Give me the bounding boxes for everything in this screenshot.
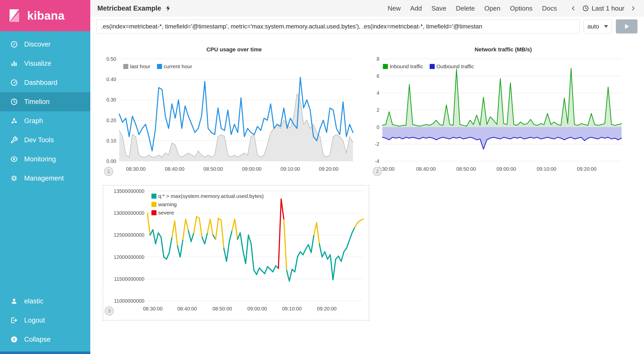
menu-item-save[interactable]: Save bbox=[431, 5, 446, 12]
sidebar-item-label: Discover bbox=[24, 41, 51, 48]
time-picker[interactable]: Last 1 hour bbox=[582, 5, 624, 12]
sidebar-item-visualize[interactable]: Visualize bbox=[0, 54, 90, 73]
collapse-icon bbox=[10, 335, 18, 343]
svg-text:09:00:00: 09:00:00 bbox=[247, 306, 267, 311]
legend-label: q:* > max(system.memory.actual.used.byte… bbox=[158, 193, 264, 199]
sidebar-item-user-elastic[interactable]: elastic bbox=[0, 292, 90, 311]
menu-item-new[interactable]: New bbox=[388, 5, 401, 12]
legend-label: warning bbox=[158, 201, 177, 207]
sidebar-nav: Discover Visualize Dashboard Timelion Gr… bbox=[0, 31, 90, 188]
legend-item[interactable]: warning bbox=[151, 201, 264, 207]
sidebar-footer: elastic Logout Collapse bbox=[0, 292, 90, 351]
timelion-expression-input[interactable] bbox=[96, 19, 580, 33]
memory-chart-panel-selected[interactable]: q:* > max(system.memory.actual.used.byte… bbox=[103, 185, 369, 321]
top-menu: New Add Save Delete Open Options Docs La… bbox=[388, 5, 636, 12]
menu-item-docs[interactable]: Docs bbox=[542, 5, 557, 12]
sidebar-item-label: elastic bbox=[24, 297, 44, 305]
svg-text:08:40:00: 08:40:00 bbox=[177, 306, 197, 311]
run-button[interactable] bbox=[616, 19, 637, 33]
svg-text:2: 2 bbox=[377, 107, 379, 113]
sidebar-item-timelion[interactable]: Timelion bbox=[0, 92, 90, 111]
sidebar-item-dev-tools[interactable]: Dev Tools bbox=[0, 130, 90, 150]
interval-select[interactable]: auto bbox=[584, 19, 612, 33]
sidebar-item-collapse[interactable]: Collapse bbox=[0, 330, 90, 349]
svg-text:08:30:00: 08:30:00 bbox=[126, 166, 146, 172]
eye-icon bbox=[10, 155, 18, 163]
legend-label: Outbound traffic bbox=[436, 63, 474, 69]
svg-text:09:10:00: 09:10:00 bbox=[280, 166, 300, 172]
chart-legend: q:* > max(system.memory.actual.used.byte… bbox=[151, 193, 264, 216]
svg-text:09:20:00: 09:20:00 bbox=[577, 166, 596, 172]
svg-text:0.10: 0.10 bbox=[106, 138, 116, 144]
gauge-icon bbox=[10, 79, 18, 87]
legend-label: Inbound traffic bbox=[390, 63, 423, 69]
svg-text:11500000000: 11500000000 bbox=[114, 276, 144, 282]
kibana-logo-icon bbox=[7, 8, 22, 23]
legend-item[interactable]: last hour bbox=[123, 63, 150, 69]
bolt-icon bbox=[165, 5, 171, 12]
svg-text:6: 6 bbox=[377, 73, 379, 79]
svg-text:11000000000: 11000000000 bbox=[114, 298, 144, 304]
svg-text:09:20:00: 09:20:00 bbox=[317, 306, 337, 311]
menu-item-add[interactable]: Add bbox=[410, 5, 422, 12]
legend-item[interactable]: severe bbox=[151, 210, 264, 216]
svg-text:08:50:00: 08:50:00 bbox=[212, 306, 232, 311]
bar-chart-icon bbox=[10, 59, 18, 67]
legend-item[interactable]: Outbound traffic bbox=[430, 63, 474, 69]
sidebar-item-discover[interactable]: Discover bbox=[0, 35, 90, 54]
menu-item-open[interactable]: Open bbox=[484, 5, 500, 12]
gear-icon bbox=[10, 174, 18, 182]
legend-item[interactable]: q:* > max(system.memory.actual.used.byte… bbox=[151, 193, 264, 199]
sidebar-item-monitoring[interactable]: Monitoring bbox=[0, 150, 90, 169]
chart-index-badge: 2 bbox=[373, 167, 382, 176]
time-nav: Last 1 hour bbox=[570, 5, 636, 12]
svg-text:12500000000: 12500000000 bbox=[114, 232, 144, 238]
svg-text:09:10:00: 09:10:00 bbox=[282, 306, 302, 311]
legend-swatch bbox=[123, 64, 128, 69]
svg-text:12000000000: 12000000000 bbox=[114, 254, 144, 260]
sidebar-item-dashboard[interactable]: Dashboard bbox=[0, 73, 90, 92]
chart-index-badge: 1 bbox=[104, 167, 113, 176]
sidebar-item-label: Timelion bbox=[24, 98, 50, 106]
sidebar: kibana Discover Visualize Dashboard Time… bbox=[0, 0, 90, 354]
compass-icon bbox=[10, 40, 18, 48]
sidebar-bottom-strip bbox=[0, 351, 90, 354]
svg-text:09:00:00: 09:00:00 bbox=[497, 166, 516, 172]
sidebar-item-label: Collapse bbox=[24, 336, 51, 343]
svg-text:0.30: 0.30 bbox=[106, 97, 116, 102]
top-bar: Metricbeat Example New Add Save Delete O… bbox=[90, 0, 644, 17]
svg-text:09:00:00: 09:00:00 bbox=[242, 166, 262, 172]
chevron-right-icon[interactable] bbox=[630, 5, 636, 12]
menu-item-options[interactable]: Options bbox=[510, 5, 533, 12]
chart-index-badge: 3 bbox=[105, 306, 114, 315]
svg-text:0.00: 0.00 bbox=[106, 158, 116, 164]
sidebar-item-label: Management bbox=[24, 174, 64, 182]
legend-swatch bbox=[151, 194, 156, 199]
sidebar-item-label: Monitoring bbox=[24, 155, 56, 163]
svg-text:0.20: 0.20 bbox=[106, 118, 116, 123]
menu-item-delete[interactable]: Delete bbox=[456, 5, 475, 12]
chevron-left-icon[interactable] bbox=[570, 5, 577, 12]
cpu-chart-plot: 0.000.100.200.300.400.5008:30:0008:40:00… bbox=[103, 54, 366, 172]
network-chart-panel[interactable]: Network traffic (MB/s) Inbound trafficOu… bbox=[372, 45, 635, 180]
page-title: Metricbeat Example bbox=[97, 5, 161, 12]
kibana-logo[interactable]: kibana bbox=[0, 0, 90, 31]
sidebar-item-graph[interactable]: Graph bbox=[0, 111, 90, 130]
logout-icon bbox=[10, 316, 18, 324]
svg-text:4: 4 bbox=[377, 90, 379, 96]
svg-text:0.50: 0.50 bbox=[106, 56, 116, 62]
legend-label: last hour bbox=[130, 63, 150, 69]
cpu-chart-panel[interactable]: CPU usage over time last hourcurrent hou… bbox=[103, 45, 366, 180]
legend-swatch bbox=[383, 64, 388, 69]
svg-text:08:50:00: 08:50:00 bbox=[456, 166, 476, 172]
legend-label: severe bbox=[158, 210, 174, 216]
legend-swatch bbox=[151, 202, 156, 207]
sidebar-item-label: Graph bbox=[24, 117, 43, 125]
time-picker-label: Last 1 hour bbox=[592, 5, 624, 12]
sidebar-item-management[interactable]: Management bbox=[0, 169, 90, 188]
legend-item[interactable]: current hour bbox=[157, 63, 192, 69]
svg-text:08:50:00: 08:50:00 bbox=[204, 166, 223, 172]
legend-item[interactable]: Inbound traffic bbox=[383, 63, 423, 69]
sidebar-item-logout[interactable]: Logout bbox=[0, 311, 90, 330]
svg-text:13000000000: 13000000000 bbox=[114, 210, 144, 216]
